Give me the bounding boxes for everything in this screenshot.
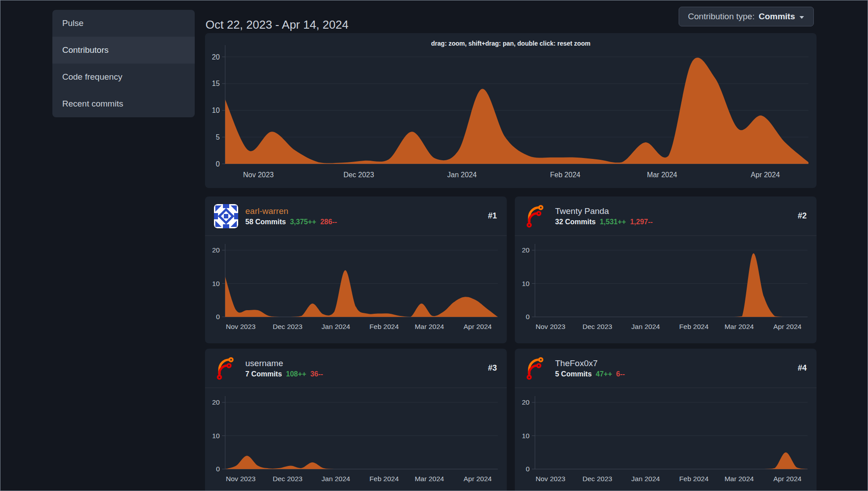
svg-text:Jan 2024: Jan 2024 — [321, 475, 350, 482]
svg-text:Mar 2024: Mar 2024 — [647, 171, 677, 179]
svg-text:Feb 2024: Feb 2024 — [679, 323, 709, 330]
identicon-avatar-icon — [214, 204, 238, 228]
contributor-name-link[interactable]: TheFox0x7 — [555, 359, 791, 368]
svg-text:20: 20 — [212, 53, 220, 61]
activity-sidebar-menu: Pulse Contributors Code frequency Recent… — [52, 10, 195, 117]
contribution-type-dropdown[interactable]: Contribution type: Commits — [679, 7, 814, 26]
contributor-mini-chart[interactable]: 01020Nov 2023Dec 2023Jan 2024Feb 2024Mar… — [205, 236, 507, 343]
svg-text:Nov 2023: Nov 2023 — [243, 171, 274, 179]
contributor-stats: 5 Commits 47++ 6-- — [555, 370, 791, 378]
svg-text:Jan 2024: Jan 2024 — [447, 171, 477, 179]
svg-text:Apr 2024: Apr 2024 — [751, 171, 780, 179]
contributor-rank-badge: #3 — [488, 363, 497, 373]
sidebar-item-recent-commits[interactable]: Recent commits — [52, 90, 195, 117]
commits-count: 7 Commits — [245, 370, 282, 378]
sidebar-item-pulse[interactable]: Pulse — [52, 10, 195, 37]
contributor-card-header: Twenty Panda 32 Commits 1,531++ 1,297-- … — [515, 196, 817, 236]
contributor-card: Twenty Panda 32 Commits 1,531++ 1,297-- … — [515, 196, 817, 343]
svg-text:Mar 2024: Mar 2024 — [724, 323, 754, 330]
additions-count: 3,375++ — [290, 218, 316, 226]
svg-text:10: 10 — [212, 107, 220, 114]
contribution-type-label: Contribution type: — [688, 12, 755, 21]
forgejo-logo-icon — [214, 356, 238, 380]
svg-text:Dec 2023: Dec 2023 — [582, 475, 612, 482]
contributor-mini-chart[interactable]: 01020Nov 2023Dec 2023Jan 2024Feb 2024Mar… — [515, 388, 817, 491]
commits-count: 58 Commits — [245, 218, 286, 226]
contribution-type-value: Commits — [759, 12, 795, 21]
svg-text:20: 20 — [212, 398, 220, 406]
svg-text:Jan 2024: Jan 2024 — [321, 323, 350, 330]
svg-text:20: 20 — [522, 398, 530, 406]
avatar — [524, 204, 548, 228]
contributor-mini-chart[interactable]: 01020Nov 2023Dec 2023Jan 2024Feb 2024Mar… — [515, 236, 817, 343]
svg-text:20: 20 — [522, 246, 530, 254]
svg-text:0: 0 — [216, 160, 220, 168]
svg-text:15: 15 — [212, 80, 220, 87]
deletions-count: 6-- — [616, 370, 625, 378]
svg-text:Feb 2024: Feb 2024 — [550, 171, 581, 179]
contributor-cards-grid: earl-warren 58 Commits 3,375++ 286-- #1 … — [205, 196, 817, 491]
svg-text:Apr 2024: Apr 2024 — [773, 475, 801, 482]
svg-text:Feb 2024: Feb 2024 — [369, 323, 399, 330]
svg-text:Apr 2024: Apr 2024 — [463, 323, 492, 330]
contributor-stats: 32 Commits 1,531++ 1,297-- — [555, 218, 791, 226]
svg-text:0: 0 — [526, 313, 530, 320]
contributions-chart[interactable]: 05101520Nov 2023Dec 2023Jan 2024Feb 2024… — [205, 33, 817, 188]
contributor-rank-badge: #4 — [798, 363, 807, 373]
contributor-card-header: username 7 Commits 108++ 36-- #3 — [205, 349, 507, 388]
avatar — [214, 204, 238, 228]
contributor-card: username 7 Commits 108++ 36-- #3 01020No… — [205, 349, 507, 491]
contributor-name-link[interactable]: username — [245, 359, 481, 368]
contributor-mini-chart[interactable]: 01020Nov 2023Dec 2023Jan 2024Feb 2024Mar… — [205, 388, 507, 491]
svg-text:10: 10 — [212, 432, 220, 440]
contributor-card: earl-warren 58 Commits 3,375++ 286-- #1 … — [205, 196, 507, 343]
contributor-name-link[interactable]: Twenty Panda — [555, 206, 791, 216]
contributor-stats: 7 Commits 108++ 36-- — [245, 370, 481, 378]
svg-text:Nov 2023: Nov 2023 — [226, 475, 256, 482]
sidebar-item-code-frequency[interactable]: Code frequency — [52, 64, 195, 90]
svg-text:Nov 2023: Nov 2023 — [536, 323, 565, 330]
svg-text:Feb 2024: Feb 2024 — [679, 475, 709, 482]
date-range-title: Oct 22, 2023 - Apr 14, 2024 — [205, 17, 348, 32]
svg-text:5: 5 — [216, 133, 220, 141]
svg-text:0: 0 — [216, 465, 220, 473]
svg-text:Apr 2024: Apr 2024 — [773, 323, 801, 330]
svg-text:Dec 2023: Dec 2023 — [582, 323, 612, 330]
svg-text:Nov 2023: Nov 2023 — [536, 475, 565, 482]
contributor-name-link[interactable]: earl-warren — [245, 206, 481, 216]
svg-text:0: 0 — [526, 465, 530, 473]
svg-text:Dec 2023: Dec 2023 — [273, 475, 302, 482]
contributor-card-header: TheFox0x7 5 Commits 47++ 6-- #4 — [515, 349, 817, 388]
svg-text:20: 20 — [212, 246, 220, 254]
contributor-card: TheFox0x7 5 Commits 47++ 6-- #4 01020Nov… — [515, 349, 817, 491]
svg-text:Jan 2024: Jan 2024 — [631, 323, 660, 330]
svg-text:0: 0 — [216, 313, 220, 320]
deletions-count: 36-- — [310, 370, 323, 378]
avatar — [214, 356, 238, 380]
forgejo-logo-icon — [524, 204, 548, 228]
commits-count: 5 Commits — [555, 370, 592, 378]
contributor-card-header: earl-warren 58 Commits 3,375++ 286-- #1 — [205, 196, 507, 236]
svg-text:10: 10 — [522, 280, 530, 287]
forgejo-logo-icon — [524, 356, 548, 380]
svg-text:10: 10 — [522, 432, 530, 440]
deletions-count: 1,297-- — [630, 218, 653, 226]
additions-count: 47++ — [596, 370, 612, 378]
svg-text:10: 10 — [212, 280, 220, 287]
svg-text:Dec 2023: Dec 2023 — [273, 323, 302, 330]
svg-text:Mar 2024: Mar 2024 — [724, 475, 754, 482]
svg-text:Mar 2024: Mar 2024 — [415, 323, 444, 330]
contributor-stats: 58 Commits 3,375++ 286-- — [245, 218, 481, 226]
svg-text:Dec 2023: Dec 2023 — [343, 171, 374, 179]
additions-count: 108++ — [286, 370, 306, 378]
svg-text:Apr 2024: Apr 2024 — [463, 475, 492, 482]
svg-text:Mar 2024: Mar 2024 — [415, 475, 444, 482]
svg-text:Jan 2024: Jan 2024 — [631, 475, 660, 482]
additions-count: 1,531++ — [600, 218, 626, 226]
sidebar-item-contributors[interactable]: Contributors — [52, 37, 195, 64]
contributor-rank-badge: #1 — [488, 211, 497, 221]
overall-contributions-panel: 05101520Nov 2023Dec 2023Jan 2024Feb 2024… — [205, 33, 817, 188]
svg-text:Nov 2023: Nov 2023 — [226, 323, 256, 330]
avatar — [524, 356, 548, 380]
caret-down-icon — [799, 16, 804, 19]
